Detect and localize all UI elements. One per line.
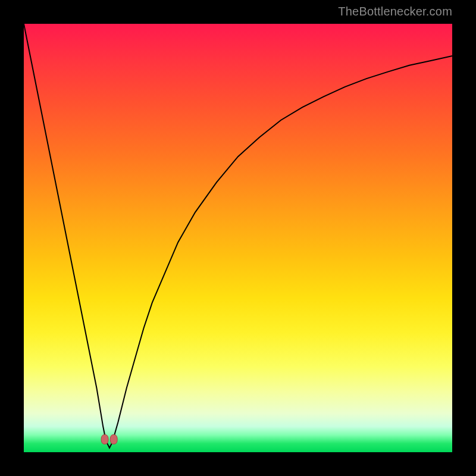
right-marker <box>110 434 117 444</box>
left-marker <box>101 434 108 444</box>
markers-group <box>101 434 117 444</box>
plot-area <box>24 24 452 452</box>
watermark-text: TheBottlenecker.com <box>338 5 452 18</box>
data-curve <box>24 24 452 448</box>
chart-svg <box>24 24 452 452</box>
chart-frame: TheBottlenecker.com <box>0 0 476 476</box>
